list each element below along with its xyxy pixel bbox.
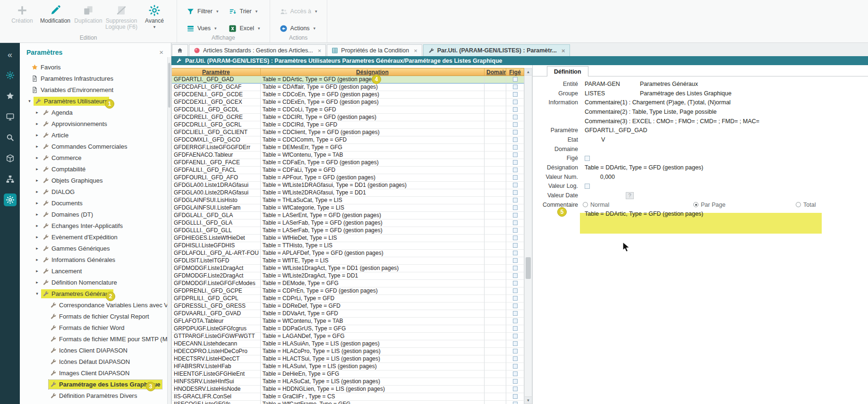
expand-arrow-icon[interactable]: ▸: [34, 178, 40, 183]
favorites-star-nav[interactable]: [4, 90, 17, 102]
fige-checkbox[interactable]: [513, 168, 518, 172]
tree-item-formats-de-fichier-mime-pour-smtp-m[interactable]: Formats de fichier MIME pour SMTP (M: [20, 333, 171, 345]
table-row[interactable]: GFDGLA00.Liste1DRAGfasuiTable = WfListe1…: [172, 182, 524, 189]
fige-checkbox[interactable]: [513, 281, 518, 286]
table-row[interactable]: GFDGLALI._GFD_GLATable = LASerEnt, Type …: [172, 212, 524, 219]
expand-arrow-icon[interactable]: ▸: [34, 212, 40, 217]
table-row[interactable]: GFDMODGF.Liste1DragActTable = WfListe1Dr…: [172, 265, 524, 272]
collapse-panel-nav[interactable]: «: [4, 48, 17, 61]
tab-close-icon[interactable]: ×: [414, 47, 417, 54]
tree-item-icones-defaut-diapason[interactable]: Icônes Défaut DIAPASON: [20, 356, 171, 367]
fige-checkbox[interactable]: [585, 156, 590, 161]
tree-item-informations-generales[interactable]: ▸Informations Générales: [20, 254, 171, 265]
tree-item-definition-parametres-divers[interactable]: Définition Paramètres Divers: [20, 390, 171, 401]
table-row[interactable]: GFDCDRELI._GFD_GCRETable = CDCIRt, Type …: [172, 114, 524, 121]
column-header-fige[interactable]: Figé: [506, 68, 524, 76]
tree-item-comptabilite[interactable]: ▸Comptabilité: [20, 163, 171, 175]
tree-item-correspondance-variables-liens-avec-v[interactable]: Correspondance Variables Liens avec V: [20, 299, 171, 311]
table-row[interactable]: GFDCLIELI._GFD_GCLIENTTable = CDClient, …: [172, 129, 524, 136]
trier-button[interactable]: Trier▾: [225, 5, 264, 17]
radio-total[interactable]: Total: [796, 202, 816, 208]
table-row[interactable]: HIEENTGF.ListeGFGHieEntTable = DeHieEn, …: [172, 370, 524, 378]
table-vertical-scrollbar[interactable]: ▲ ▼: [524, 68, 532, 404]
excel-button[interactable]: Excel▾: [225, 22, 264, 34]
table-row[interactable]: GFDARTLI._GFD_GADTable = DDArtic, Type =…: [172, 76, 524, 84]
fige-checkbox[interactable]: [513, 220, 518, 225]
tree-item-dialog[interactable]: ▸DIALOG: [20, 186, 171, 197]
table-row[interactable]: GFDCOMXLI._GFD_GCOTable = CDCIComm, Type…: [172, 136, 524, 144]
table-row[interactable]: HDECANN.ListehdecannTable = HLASuiAn, Ty…: [172, 340, 524, 348]
column-header-designation[interactable]: Désignation: [261, 68, 485, 76]
workstation-nav[interactable]: [4, 110, 17, 123]
date-helper-button[interactable]: ?: [626, 192, 634, 199]
tree-item-parametres-utilisateurs[interactable]: ▾Paramètres Utilisateurs: [20, 95, 171, 107]
suppression-logique-f6-button[interactable]: Suppression Logique (F6): [105, 2, 138, 31]
tree-item-approvisionnements[interactable]: ▸Approvisionnements: [20, 118, 171, 129]
table-row[interactable]: GRPDPUGF.ListeGFGfcgrusTable = DDPaGrUS,…: [172, 325, 524, 333]
tab-close-icon[interactable]: ×: [318, 47, 322, 54]
fige-checkbox[interactable]: [513, 266, 518, 270]
tab-home[interactable]: [172, 44, 188, 56]
table-row[interactable]: GFDFAENLI._GFD_FACETable = CDFaEn, Type …: [172, 159, 524, 167]
table-row[interactable]: HDECOPRO.ListeHDeCoProTable = HLACoPro, …: [172, 348, 524, 355]
fige-checkbox[interactable]: [513, 122, 518, 127]
fige-checkbox[interactable]: [513, 160, 518, 165]
table-row[interactable]: GFDMODGF.Liste2DragActTable = WfListe2Dr…: [172, 272, 524, 280]
table-row[interactable]: HDECTSRV.ListeHDecCTTable = HLACTSui, Ty…: [172, 355, 524, 363]
expand-arrow-icon[interactable]: ▸: [34, 235, 40, 239]
fige-checkbox[interactable]: [513, 319, 518, 323]
table-row[interactable]: GFDLAFOLI._GFD_AL-ART-FOUTable = APLAFDe…: [172, 250, 524, 257]
table-row[interactable]: HFABRSRV.ListeHFabTable = HLASuivi, Type…: [172, 363, 524, 370]
fige-checkbox[interactable]: [513, 152, 518, 157]
fige-checkbox[interactable]: [513, 349, 518, 354]
scrollbar-thumb[interactable]: [526, 257, 531, 279]
tree-item-definition-nomenclature[interactable]: ▸Définition Nomenclature: [20, 277, 171, 288]
fige-checkbox[interactable]: [513, 296, 518, 301]
fige-checkbox[interactable]: [513, 394, 518, 399]
table-row[interactable]: GFDHIEGES.ListeWfHieDetTable = WfHieDet,…: [172, 235, 524, 242]
fige-checkbox[interactable]: [513, 130, 518, 135]
fige-checkbox[interactable]: [513, 213, 518, 218]
tree-item-lancement[interactable]: ▸Lancement: [20, 265, 171, 277]
tree-item-objets-graphiques[interactable]: ▸Objets Graphiques: [20, 175, 171, 186]
table-row[interactable]: GFDRESSLI._GFD_GRESSTable = DDReDef, Typ…: [172, 303, 524, 310]
expand-arrow-icon[interactable]: ▸: [34, 167, 40, 171]
stock-package-nav[interactable]: [4, 152, 17, 165]
expand-arrow-icon[interactable]: ▸: [34, 110, 40, 115]
valeur-log-checkbox[interactable]: [585, 184, 590, 189]
fige-checkbox[interactable]: [513, 356, 518, 361]
table-row[interactable]: GFDLISIT.ListeITGFDTable = WfITE, Type =…: [172, 257, 524, 265]
tree-scrollbar[interactable]: [167, 57, 171, 404]
table-row[interactable]: GFDPRENLI._GFD_GCPETable = CDPrEn, Type …: [172, 287, 524, 295]
tab-parametres-utilisateurs[interactable]: Par.Uti. (PARAM-GEN/LISTES) : Paramètr..…: [423, 44, 570, 56]
table-row[interactable]: GFDMODGF.ListeGFGFcModesTable = DEMode, …: [172, 280, 524, 287]
scroll-up-arrow-icon[interactable]: ▲: [525, 68, 532, 76]
fige-checkbox[interactable]: [513, 371, 518, 376]
tree-item-commandes-commerciales[interactable]: ▸Commandes Commerciales: [20, 141, 171, 152]
table-row[interactable]: IISECOGF.ListeGFGfcTable = WfCartFrame, …: [172, 401, 524, 404]
tree-item-domaines-dt[interactable]: ▸Domaines (DT): [20, 209, 171, 220]
table-row[interactable]: GFDGLA00.Liste2DRAGfasuiTable = WfListe2…: [172, 189, 524, 197]
table-row[interactable]: GFDFOURLI._GFD_AFOTable = APFour, Type =…: [172, 174, 524, 182]
tab-close-icon[interactable]: ×: [562, 47, 565, 54]
fige-checkbox[interactable]: [513, 84, 518, 89]
actions-button[interactable]: Actions▾: [276, 22, 321, 34]
tree-item-variables-d-environnement[interactable]: Variables d'Environnement: [20, 84, 171, 95]
acces-a-button[interactable]: Accès à▾: [276, 5, 321, 17]
fige-checkbox[interactable]: [513, 198, 518, 202]
fige-checkbox[interactable]: [513, 387, 518, 391]
tree-item-documents[interactable]: ▸Documents: [20, 197, 171, 209]
table-row[interactable]: GFDGLAINFSUI.LisHistoTable = THLaSuCat, …: [172, 197, 524, 204]
fige-checkbox[interactable]: [513, 379, 518, 384]
table-row[interactable]: GFDCDRLLI._GFD_GCRLTable = CDCIRd, Type …: [172, 121, 524, 129]
tab-proprietes-condition[interactable]: Propriétés de la Condition×: [327, 44, 422, 56]
avance-button[interactable]: Avancé▾: [138, 2, 171, 31]
duplication-button[interactable]: Duplication: [72, 2, 105, 31]
fige-checkbox[interactable]: [513, 190, 518, 195]
fige-checkbox[interactable]: [513, 258, 518, 263]
fige-checkbox[interactable]: [513, 145, 518, 150]
tree-item-icones-client-diapason[interactable]: Icônes Client DIAPASON: [20, 345, 171, 356]
tree-item-echanges-inter-applicatifs[interactable]: ▸Echanges Inter-Applicatifs: [20, 220, 171, 231]
column-header-parametre[interactable]: Paramètre: [172, 68, 261, 76]
fige-checkbox[interactable]: [513, 100, 518, 104]
